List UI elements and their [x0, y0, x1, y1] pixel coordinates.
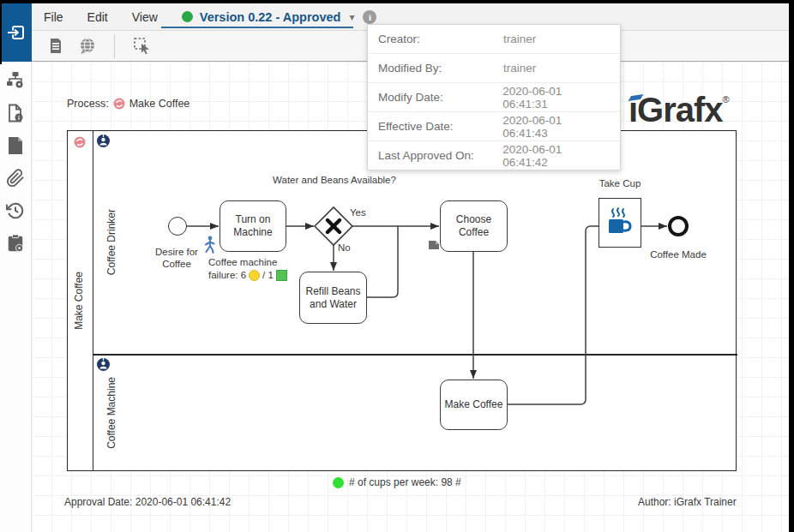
green-indicator-icon: [333, 477, 344, 488]
window-edge-left: [0, 0, 2, 64]
sidebar-item-history[interactable]: [5, 200, 26, 221]
sidebar-item-file-info[interactable]: [5, 103, 26, 123]
info-icon[interactable]: i: [363, 10, 376, 24]
process-loop-icon: [113, 98, 125, 110]
file-info-icon: [6, 104, 25, 123]
clipboard-gear-icon: [6, 234, 25, 253]
version-status-dot: [182, 11, 193, 22]
popup-label: Effective Date:: [378, 120, 502, 133]
process-name-label: Make Coffee: [129, 98, 190, 110]
version-label: Version 0.22 - Approved: [200, 10, 341, 24]
popup-row: Modify Date: 2020-06-01 06:41:31: [368, 83, 620, 112]
approval-date-label: Approval Date: 2020-06-01 06:41:42: [64, 496, 231, 508]
history-icon: [6, 201, 25, 220]
globe-comment-icon[interactable]: [75, 33, 100, 59]
popup-label: Creator:: [378, 33, 503, 45]
marquee-icon-glyph: [133, 37, 151, 55]
failure-line1: Coffee machine: [208, 256, 308, 269]
lane2-label: Coffee Machine: [105, 377, 117, 449]
document-icon-glyph: [47, 38, 63, 55]
pool-header: Make Coffee: [68, 131, 93, 470]
igrafx-logo: iGrafx®: [629, 91, 730, 129]
enter-arrow-icon: [7, 23, 26, 42]
coffee-cup-icon: [606, 206, 634, 239]
take-cup-label: Take Cup: [590, 177, 650, 189]
start-event[interactable]: [168, 217, 187, 236]
popup-value: 2020-06-01 06:41:43: [502, 114, 610, 140]
sidebar-item-page[interactable]: [5, 135, 26, 156]
popup-label: Last Approved On:: [378, 149, 502, 162]
chevron-down-icon[interactable]: ▾: [349, 11, 354, 23]
end-event-label: Coffee Made: [644, 248, 713, 260]
menu-edit[interactable]: Edit: [75, 10, 120, 24]
failure-divider: / 1: [262, 269, 274, 282]
author-label: Author: iGrafx Trainer: [638, 496, 737, 508]
process-tree-gear-icon: [6, 71, 25, 90]
lane1-label: Coffee Drinker: [105, 209, 117, 275]
window-edge-top: [0, 0, 794, 3]
sidebar-item-process-tree[interactable]: [5, 70, 26, 91]
marquee-select-icon[interactable]: [129, 33, 154, 59]
cups-note-text: # of cups per week: 98 #: [349, 476, 461, 488]
task-refill-beans-water[interactable]: Refill Beans and Water: [299, 272, 367, 324]
green-indicator-icon: [276, 270, 287, 281]
take-cup-node[interactable]: [599, 198, 641, 248]
branch-yes-label: Yes: [350, 206, 376, 218]
page-icon: [7, 136, 24, 155]
popup-value: trainer: [503, 33, 536, 45]
gateway-question-label: Water and Beans Available?: [269, 174, 400, 186]
yellow-indicator-icon: [249, 270, 260, 281]
popup-value: trainer: [503, 62, 536, 75]
globe-icon-glyph: [79, 38, 96, 55]
toolbar-separator: [114, 34, 115, 58]
task-choose-coffee[interactable]: Choose Coffee: [440, 200, 508, 252]
task-make-coffee[interactable]: Make Coffee: [440, 380, 508, 430]
version-underline: [161, 27, 353, 28]
start-event-label: Desire for Coffee: [146, 246, 208, 271]
popup-label: Modify Date:: [378, 91, 502, 104]
popup-value: 2020-06-01 06:41:42: [502, 143, 610, 169]
logo-text: iGrafx: [629, 91, 723, 129]
document-icon[interactable]: [42, 33, 68, 59]
end-event[interactable]: [668, 216, 689, 236]
process-prefix-label: Process:: [67, 98, 109, 110]
sidebar-item-attachments[interactable]: [5, 168, 26, 188]
lane-divider: [93, 354, 737, 356]
failure-count: failure: 6: [208, 269, 246, 282]
menu-view[interactable]: View: [120, 10, 170, 24]
task-turn-on-machine[interactable]: Turn on Machine: [220, 200, 286, 252]
lane-coffee-drinker: Coffee Drinker: [105, 131, 121, 354]
window-edge-right: [789, 0, 794, 532]
registered-mark: ®: [723, 94, 730, 105]
walking-person-icon: [202, 236, 217, 254]
left-sidebar: [0, 62, 32, 532]
failure-indicator-note: Coffee machine failure: 6 / 1: [208, 256, 308, 282]
popup-row: Creator: trainer: [368, 25, 620, 54]
attachment-icon: [428, 239, 440, 251]
version-selector[interactable]: Version 0.22 - Approved ▾: [182, 10, 355, 24]
exclusive-gateway[interactable]: [313, 206, 354, 247]
popup-row: Modified By: trainer: [368, 54, 620, 83]
version-info-popup: Creator: trainer Modified By: trainer Mo…: [367, 24, 621, 170]
branch-no-label: No: [338, 242, 364, 254]
popup-label: Modified By:: [378, 62, 503, 75]
lane-coffee-machine: Coffee Machine: [105, 354, 121, 472]
popup-row: Last Approved On: 2020-06-01 06:41:42: [368, 141, 620, 170]
process-breadcrumb: Process: Make Coffee: [67, 98, 189, 110]
app-home-button[interactable]: [0, 3, 32, 62]
popup-value: 2020-06-01 06:41:31: [502, 85, 610, 111]
paperclip-icon: [6, 169, 25, 188]
cups-per-week-note: # of cups per week: 98 #: [333, 476, 461, 488]
sidebar-item-clipboard-settings[interactable]: [5, 233, 26, 254]
menu-file[interactable]: File: [32, 10, 75, 24]
pool-name-label: Make Coffee: [73, 272, 85, 330]
popup-row: Effective Date: 2020-06-01 06:41:43: [368, 112, 620, 141]
